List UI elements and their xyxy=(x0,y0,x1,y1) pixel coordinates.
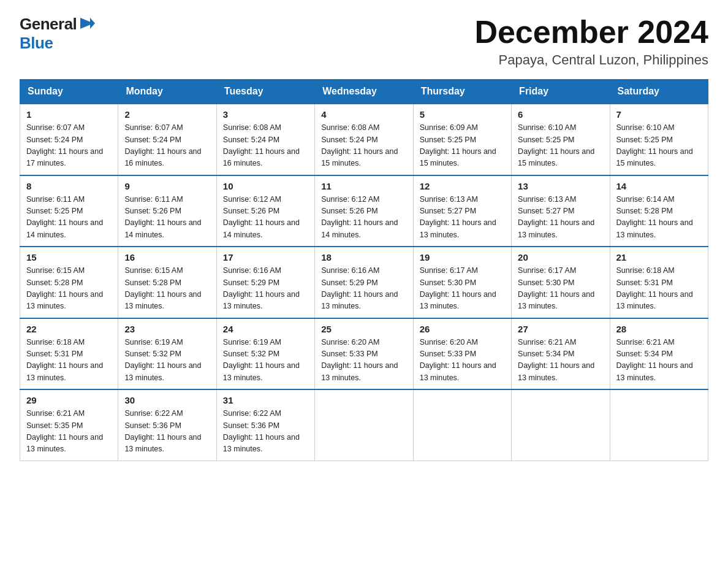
calendar-week-row: 8Sunrise: 6:11 AMSunset: 5:25 PMDaylight… xyxy=(20,175,708,247)
calendar-day-cell: 8Sunrise: 6:11 AMSunset: 5:25 PMDaylight… xyxy=(20,175,118,247)
day-info: Sunrise: 6:08 AMSunset: 5:24 PMDaylight:… xyxy=(321,122,406,170)
day-info: Sunrise: 6:20 AMSunset: 5:33 PMDaylight:… xyxy=(321,337,406,385)
calendar-day-cell: 1Sunrise: 6:07 AMSunset: 5:24 PMDaylight… xyxy=(20,104,118,175)
calendar-day-cell: 5Sunrise: 6:09 AMSunset: 5:25 PMDaylight… xyxy=(413,104,511,175)
calendar-table: SundayMondayTuesdayWednesdayThursdayFrid… xyxy=(20,79,708,461)
calendar-day-cell: 17Sunrise: 6:16 AMSunset: 5:29 PMDayligh… xyxy=(216,247,314,318)
day-info: Sunrise: 6:10 AMSunset: 5:25 PMDaylight:… xyxy=(616,122,702,170)
day-info: Sunrise: 6:14 AMSunset: 5:28 PMDaylight:… xyxy=(616,194,702,242)
weekday-header-monday: Monday xyxy=(118,80,216,104)
svg-marker-1 xyxy=(90,18,95,29)
day-number: 1 xyxy=(26,109,112,120)
logo-flag-icon xyxy=(78,17,95,30)
day-number: 24 xyxy=(223,324,308,334)
weekday-header-thursday: Thursday xyxy=(413,80,511,104)
day-info: Sunrise: 6:22 AMSunset: 5:36 PMDaylight:… xyxy=(223,408,308,456)
day-number: 26 xyxy=(420,324,505,334)
calendar-day-cell: 21Sunrise: 6:18 AMSunset: 5:31 PMDayligh… xyxy=(610,247,708,318)
weekday-header-row: SundayMondayTuesdayWednesdayThursdayFrid… xyxy=(20,80,708,104)
day-info: Sunrise: 6:13 AMSunset: 5:27 PMDaylight:… xyxy=(420,194,505,242)
calendar-location: Papaya, Central Luzon, Philippines xyxy=(474,52,708,68)
day-number: 13 xyxy=(518,181,603,191)
day-info: Sunrise: 6:15 AMSunset: 5:28 PMDaylight:… xyxy=(26,265,112,313)
day-number: 18 xyxy=(321,252,406,262)
day-info: Sunrise: 6:17 AMSunset: 5:30 PMDaylight:… xyxy=(518,265,603,313)
day-info: Sunrise: 6:08 AMSunset: 5:24 PMDaylight:… xyxy=(223,122,308,170)
calendar-title-block: December 2024 Papaya, Central Luzon, Phi… xyxy=(474,15,708,68)
calendar-day-cell: 27Sunrise: 6:21 AMSunset: 5:34 PMDayligh… xyxy=(512,318,610,390)
calendar-day-cell: 26Sunrise: 6:20 AMSunset: 5:33 PMDayligh… xyxy=(413,318,511,390)
day-info: Sunrise: 6:15 AMSunset: 5:28 PMDaylight:… xyxy=(124,265,210,313)
day-number: 4 xyxy=(321,109,406,120)
day-number: 6 xyxy=(518,109,603,120)
day-number: 20 xyxy=(518,252,603,262)
day-number: 16 xyxy=(124,252,210,262)
calendar-body: 1Sunrise: 6:07 AMSunset: 5:24 PMDaylight… xyxy=(20,104,708,461)
calendar-day-cell: 4Sunrise: 6:08 AMSunset: 5:24 PMDaylight… xyxy=(315,104,413,175)
calendar-day-cell: 28Sunrise: 6:21 AMSunset: 5:34 PMDayligh… xyxy=(610,318,708,390)
calendar-day-cell: 20Sunrise: 6:17 AMSunset: 5:30 PMDayligh… xyxy=(512,247,610,318)
day-number: 11 xyxy=(321,181,406,191)
day-number: 3 xyxy=(223,109,308,120)
weekday-header-friday: Friday xyxy=(512,80,610,104)
day-number: 17 xyxy=(223,252,308,262)
day-info: Sunrise: 6:19 AMSunset: 5:32 PMDaylight:… xyxy=(124,337,210,385)
day-info: Sunrise: 6:12 AMSunset: 5:26 PMDaylight:… xyxy=(223,194,308,242)
day-info: Sunrise: 6:17 AMSunset: 5:30 PMDaylight:… xyxy=(420,265,505,313)
day-number: 30 xyxy=(124,395,210,405)
day-number: 27 xyxy=(518,324,603,334)
day-info: Sunrise: 6:21 AMSunset: 5:34 PMDaylight:… xyxy=(616,337,702,385)
day-number: 5 xyxy=(420,109,505,120)
weekday-header-sunday: Sunday xyxy=(20,80,118,104)
day-number: 2 xyxy=(124,109,210,120)
calendar-week-row: 29Sunrise: 6:21 AMSunset: 5:35 PMDayligh… xyxy=(20,389,708,461)
day-number: 8 xyxy=(26,181,112,191)
day-info: Sunrise: 6:13 AMSunset: 5:27 PMDaylight:… xyxy=(518,194,603,242)
day-number: 31 xyxy=(223,395,308,405)
calendar-day-cell: 24Sunrise: 6:19 AMSunset: 5:32 PMDayligh… xyxy=(216,318,314,390)
day-info: Sunrise: 6:18 AMSunset: 5:31 PMDaylight:… xyxy=(616,265,702,313)
day-info: Sunrise: 6:18 AMSunset: 5:31 PMDaylight:… xyxy=(26,337,112,385)
logo: General Blue xyxy=(20,15,95,53)
calendar-day-cell: 10Sunrise: 6:12 AMSunset: 5:26 PMDayligh… xyxy=(216,175,314,247)
calendar-day-cell: 12Sunrise: 6:13 AMSunset: 5:27 PMDayligh… xyxy=(413,175,511,247)
calendar-day-cell xyxy=(512,389,610,461)
day-info: Sunrise: 6:11 AMSunset: 5:26 PMDaylight:… xyxy=(124,194,210,242)
day-number: 15 xyxy=(26,252,112,262)
day-info: Sunrise: 6:11 AMSunset: 5:25 PMDaylight:… xyxy=(26,194,112,242)
day-info: Sunrise: 6:12 AMSunset: 5:26 PMDaylight:… xyxy=(321,194,406,242)
calendar-day-cell: 19Sunrise: 6:17 AMSunset: 5:30 PMDayligh… xyxy=(413,247,511,318)
day-info: Sunrise: 6:22 AMSunset: 5:36 PMDaylight:… xyxy=(124,408,210,456)
day-info: Sunrise: 6:07 AMSunset: 5:24 PMDaylight:… xyxy=(124,122,210,170)
calendar-day-cell xyxy=(610,389,708,461)
calendar-day-cell: 2Sunrise: 6:07 AMSunset: 5:24 PMDaylight… xyxy=(118,104,216,175)
day-number: 19 xyxy=(420,252,505,262)
day-number: 28 xyxy=(616,324,702,334)
calendar-day-cell: 3Sunrise: 6:08 AMSunset: 5:24 PMDaylight… xyxy=(216,104,314,175)
calendar-day-cell: 18Sunrise: 6:16 AMSunset: 5:29 PMDayligh… xyxy=(315,247,413,318)
calendar-day-cell: 23Sunrise: 6:19 AMSunset: 5:32 PMDayligh… xyxy=(118,318,216,390)
weekday-header-tuesday: Tuesday xyxy=(216,80,314,104)
day-info: Sunrise: 6:21 AMSunset: 5:34 PMDaylight:… xyxy=(518,337,603,385)
day-number: 14 xyxy=(616,181,702,191)
calendar-day-cell: 16Sunrise: 6:15 AMSunset: 5:28 PMDayligh… xyxy=(118,247,216,318)
day-info: Sunrise: 6:16 AMSunset: 5:29 PMDaylight:… xyxy=(223,265,308,313)
logo-blue-text: Blue xyxy=(20,34,53,53)
day-number: 7 xyxy=(616,109,702,120)
calendar-day-cell: 29Sunrise: 6:21 AMSunset: 5:35 PMDayligh… xyxy=(20,389,118,461)
calendar-week-row: 22Sunrise: 6:18 AMSunset: 5:31 PMDayligh… xyxy=(20,318,708,390)
weekday-header-saturday: Saturday xyxy=(610,80,708,104)
day-info: Sunrise: 6:16 AMSunset: 5:29 PMDaylight:… xyxy=(321,265,406,313)
calendar-day-cell xyxy=(413,389,511,461)
calendar-week-row: 15Sunrise: 6:15 AMSunset: 5:28 PMDayligh… xyxy=(20,247,708,318)
day-number: 22 xyxy=(26,324,112,334)
weekday-header-wednesday: Wednesday xyxy=(315,80,413,104)
calendar-day-cell: 25Sunrise: 6:20 AMSunset: 5:33 PMDayligh… xyxy=(315,318,413,390)
logo-general-text: General xyxy=(20,15,77,34)
calendar-day-cell: 30Sunrise: 6:22 AMSunset: 5:36 PMDayligh… xyxy=(118,389,216,461)
calendar-day-cell: 22Sunrise: 6:18 AMSunset: 5:31 PMDayligh… xyxy=(20,318,118,390)
calendar-day-cell: 7Sunrise: 6:10 AMSunset: 5:25 PMDaylight… xyxy=(610,104,708,175)
calendar-day-cell: 15Sunrise: 6:15 AMSunset: 5:28 PMDayligh… xyxy=(20,247,118,318)
day-number: 12 xyxy=(420,181,505,191)
day-info: Sunrise: 6:21 AMSunset: 5:35 PMDaylight:… xyxy=(26,408,112,456)
